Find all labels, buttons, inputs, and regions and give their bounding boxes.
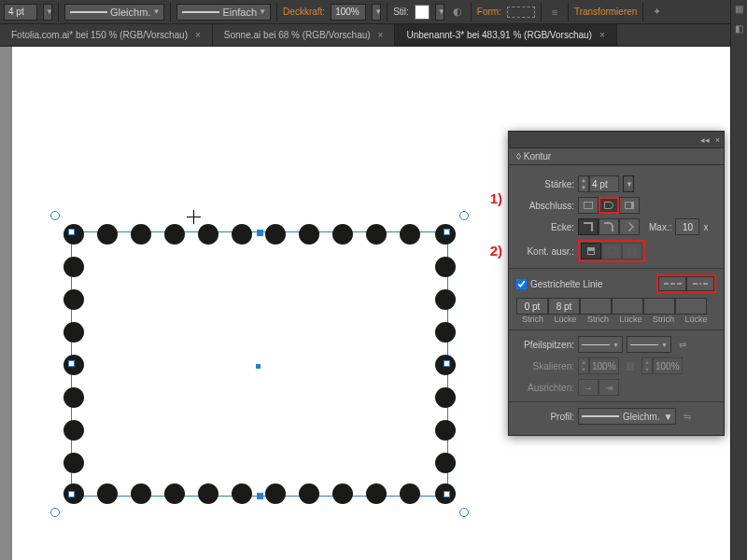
shape-label: Form: [477, 7, 501, 17]
scale-label: Skalieren: [516, 361, 574, 371]
dashed-checkbox[interactable]: Gestrichelte Linie [516, 279, 602, 289]
align-icon[interactable]: ≡ [547, 5, 562, 20]
tab-label: Fotolia.com.ai* bei 150 % (RGB/Vorschau) [11, 30, 188, 40]
isolate-icon[interactable]: ✦ [649, 5, 664, 20]
handle-tl[interactable] [68, 229, 75, 235]
brush-text: Einfach [222, 7, 257, 18]
dash-mode-buttons [656, 274, 716, 293]
dash-3[interactable] [643, 298, 675, 315]
brush-dd[interactable]: Einfach▼ [176, 4, 271, 21]
rotate-tl[interactable] [50, 211, 60, 220]
tab-sonne[interactable]: Sonne.ai bei 68 % (RGB/Vorschau)× [213, 24, 396, 46]
arrow-tip[interactable]: ⇥ [599, 379, 619, 396]
dash-align[interactable] [686, 276, 714, 291]
corner-bevel[interactable] [619, 218, 640, 235]
corner-buttons [578, 218, 640, 235]
handle-bm[interactable] [257, 493, 263, 499]
style-swatch[interactable] [415, 5, 430, 20]
close-icon[interactable]: × [715, 135, 720, 145]
tab-label: Sonne.ai bei 68 % (RGB/Vorschau) [224, 30, 371, 40]
annotation-2: 2) [490, 243, 502, 259]
side-dock: ▦ ◧ [730, 0, 747, 560]
flip-icon[interactable]: ⇋ [680, 409, 695, 424]
miter-label: Max.: [649, 222, 671, 232]
center-point [256, 364, 261, 369]
panel-tab-kontur[interactable]: ◊ Kontur [509, 148, 724, 165]
rotate-bl[interactable] [50, 508, 60, 517]
profile-value: Gleichm. [623, 412, 659, 422]
arrows-label: Pfeilspitzen: [516, 340, 574, 350]
corner-round[interactable] [599, 218, 619, 235]
style-dd[interactable]: ▼ [435, 4, 444, 21]
arrow-extend[interactable]: → [578, 379, 599, 396]
stroke-weight-field[interactable] [4, 4, 37, 21]
handle-br[interactable] [444, 491, 450, 497]
align-stroke-label: Kont. ausr.: [516, 246, 574, 257]
swap-arrows-icon[interactable]: ⇄ [675, 337, 690, 352]
miter-x: x [703, 222, 708, 232]
opacity-label: Deckkraft: [283, 7, 325, 17]
close-icon[interactable]: × [378, 30, 384, 40]
weight-field[interactable]: ▲▼ [578, 175, 619, 192]
corner-miter[interactable] [578, 218, 599, 235]
dash-preserve[interactable] [658, 276, 686, 291]
gap-1[interactable] [548, 298, 580, 315]
dash-labels-row: StrichLückeStrichLückeStrichLücke [516, 315, 716, 324]
stroke-panel: ◂◂× ◊ Kontur Stärke: ▲▼ ▼ Abschluss: Eck… [508, 131, 725, 436]
gap-2[interactable] [612, 298, 643, 315]
collapse-icon[interactable]: ◂◂ [700, 135, 710, 145]
artboard-edge [0, 47, 12, 560]
profile-dropdown[interactable]: Gleichm.▼ [578, 408, 676, 425]
handle-ml[interactable] [68, 360, 75, 367]
cap-butt[interactable] [578, 197, 599, 214]
recolor-icon[interactable]: ◐ [450, 5, 465, 20]
transform-label[interactable]: Transformieren [574, 7, 637, 17]
arrow-start[interactable]: ▼ [578, 336, 623, 353]
scale-start[interactable]: ▲▼ [578, 357, 619, 374]
dash-2[interactable] [580, 298, 612, 315]
cap-label: Abschluss: [516, 201, 574, 211]
stroke-profile-dd[interactable]: Gleichm.▼ [64, 4, 164, 21]
miter-field[interactable] [675, 218, 699, 235]
handle-mr[interactable] [444, 360, 450, 367]
dash-fields [516, 298, 716, 315]
tab-fotolia[interactable]: Fotolia.com.ai* bei 150 % (RGB/Vorschau)… [0, 24, 213, 46]
opacity-dd[interactable]: ▼ [372, 4, 381, 21]
options-bar: ▼ Gleichm.▼ Einfach▼ Deckkraft: ▼ Stil: … [0, 0, 747, 24]
close-icon[interactable]: × [195, 30, 201, 40]
handle-tr[interactable] [444, 229, 450, 235]
panel-header[interactable]: ◂◂× [509, 132, 724, 148]
corner-label: Ecke: [516, 222, 574, 232]
align-stroke-buttons [578, 240, 645, 262]
rotate-br[interactable] [459, 508, 469, 517]
dash-1[interactable] [516, 298, 548, 315]
cap-round[interactable] [599, 197, 619, 214]
style-label: Stil: [393, 7, 409, 17]
tab-unbenannt[interactable]: Unbenannt-3* bei 483,91 % (RGB/Vorschau)… [395, 24, 616, 46]
align-inside[interactable] [601, 243, 622, 259]
shape-dash[interactable] [507, 7, 535, 18]
dock-icon[interactable]: ▦ [735, 4, 743, 14]
cap-buttons [578, 197, 640, 214]
weight-dd[interactable]: ▼ [623, 175, 634, 192]
gap-3[interactable] [675, 298, 707, 315]
rotate-tr[interactable] [459, 211, 469, 220]
arrow-end[interactable]: ▼ [627, 336, 671, 353]
profile-label: Profil: [516, 412, 574, 422]
scale-end[interactable]: ▲▼ [641, 357, 683, 374]
close-icon[interactable]: × [599, 30, 605, 40]
link-icon[interactable]: ⛓ [623, 358, 638, 373]
selected-rectangle[interactable] [63, 224, 456, 504]
cap-projecting[interactable] [619, 197, 640, 214]
document-tabs: Fotolia.com.ai* bei 150 % (RGB/Vorschau)… [0, 24, 747, 47]
cursor-crosshair [187, 210, 201, 224]
align-center[interactable] [581, 243, 601, 259]
weight-label: Stärke: [516, 179, 574, 189]
dock-icon[interactable]: ◧ [735, 23, 743, 34]
handle-bl[interactable] [68, 491, 75, 497]
stroke-weight-dd[interactable]: ▼ [43, 4, 52, 21]
align-outside[interactable] [622, 243, 642, 259]
handle-tm[interactable] [257, 230, 263, 236]
profile-text: Gleichm. [110, 7, 150, 18]
opacity-field[interactable] [331, 4, 366, 21]
